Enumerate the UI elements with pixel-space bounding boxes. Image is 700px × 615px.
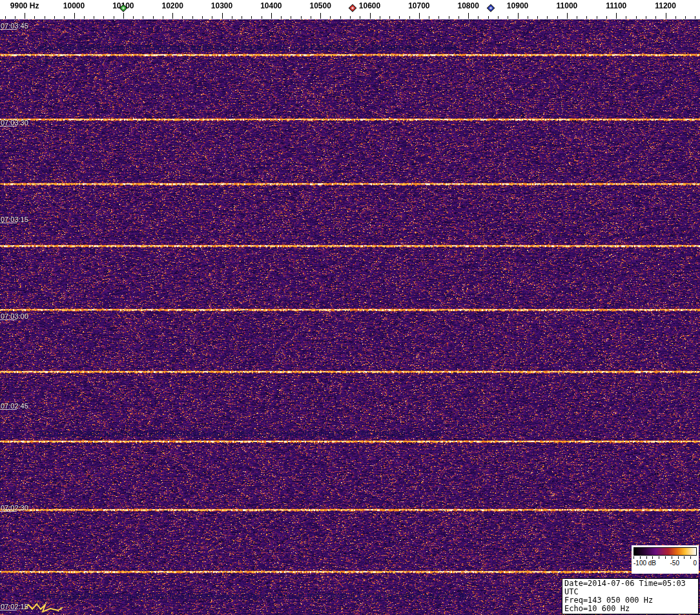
- status-info-box: Date=2014-07-06 Time=05:03 UTC Freq=143 …: [562, 578, 699, 614]
- freq-axis-label-10000: 10000: [63, 1, 85, 10]
- time-label: 07:03:00: [1, 312, 28, 320]
- db-scale-legend: -100 dB -50 0: [632, 545, 699, 574]
- detection-annotation: ^t+39: [36, 58, 53, 66]
- waterfall-display: 07:03:4507:03:3007:03:1507:03:0007:02:45…: [0, 19, 700, 615]
- detection-annotation: ^t+39: [36, 444, 53, 452]
- detection-annotation: 20140706050339680 hCnt5 nb-86 f10598 hit…: [36, 44, 456, 52]
- freq-axis-label-10300: 10300: [211, 1, 232, 10]
- freq-axis-label-10400: 10400: [260, 1, 282, 10]
- freq-axis-label-11200: 11200: [655, 1, 676, 10]
- detection-annotation: 20140706050239680 hCnt4 nb-86 f10862 hit…: [36, 430, 442, 438]
- freq-axis-label-10600: 10600: [359, 1, 380, 10]
- freq-axis-label-9900: 9900 Hz: [10, 1, 39, 10]
- freq-axis-label-11100: 11100: [606, 1, 626, 10]
- freq-axis-label-10700: 10700: [408, 1, 429, 10]
- time-label: 07:03:30: [1, 119, 28, 126]
- db-scale-labels: -100 dB -50 0: [633, 560, 697, 567]
- db-mid-label: -50: [670, 560, 679, 567]
- freq-axis-label-10900: 10900: [507, 1, 528, 10]
- detection-annotation: 20140706050214080 hCnt3 nb-85 f10613 hit…: [36, 592, 471, 600]
- time-label: 07:02:45: [1, 402, 28, 410]
- time-label: 07:02:30: [1, 504, 28, 512]
- date-time-line: Date=2014-07-06 Time=05:03 UTC: [564, 580, 696, 596]
- db-scale-ticks-icon: [633, 556, 697, 559]
- time-label: 07:02:15: [1, 603, 28, 610]
- db-min-label: -100 dB: [633, 560, 656, 567]
- freq-axis-label-11000: 11000: [557, 1, 578, 10]
- spectrogram-app: 9900 Hz100001010010200103001040010500106…: [0, 0, 700, 615]
- freq-axis-label-10800: 10800: [458, 1, 479, 10]
- time-label: 07:03:45: [1, 22, 28, 30]
- frequency-ruler: 9900 Hz100001010010200103001040010500106…: [0, 0, 700, 19]
- freq-axis-label-10500: 10500: [310, 1, 331, 10]
- db-max-label: 0: [693, 560, 697, 567]
- db-gradient-bar: [633, 547, 697, 556]
- freq-axis-label-10200: 10200: [161, 1, 183, 10]
- time-label: 07:03:15: [1, 216, 28, 223]
- spectrogram-canvas: [0, 19, 700, 615]
